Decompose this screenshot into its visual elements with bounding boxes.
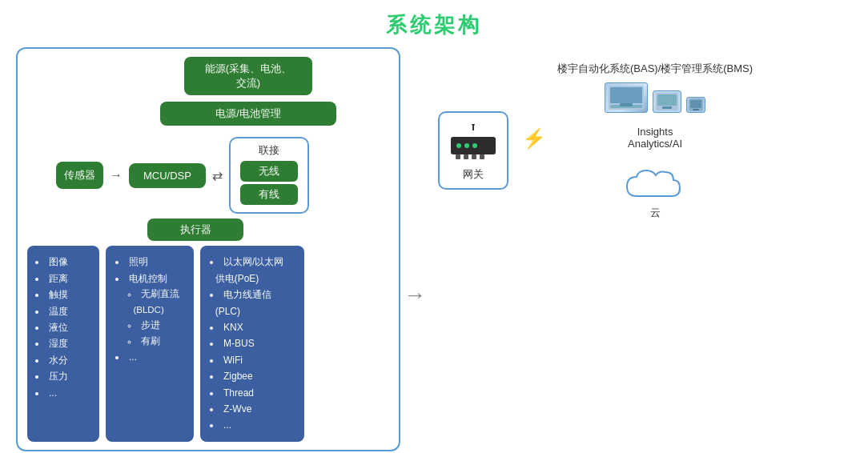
lightning-icon: ⚡ — [522, 127, 546, 150]
list-item: Zigbee — [210, 368, 295, 384]
list-item: 有刷 — [128, 334, 184, 350]
list-item: 湿度 — [35, 335, 91, 351]
wireless-block: 无线 — [240, 161, 298, 182]
bms-devices — [605, 82, 705, 113]
device-small — [686, 97, 705, 113]
svg-rect-6 — [456, 154, 460, 159]
list-item: ... — [210, 417, 295, 433]
analytics-label: InsightsAnalytics/AI — [628, 126, 682, 150]
connection-panel: 联接 无线 有线 — [229, 137, 309, 214]
gateway-box: 网关 — [438, 111, 508, 190]
energy-block: 能源(采集、电池、 交流) — [184, 57, 312, 95]
list-item: ... — [115, 349, 184, 365]
lightning-section: ⚡ — [517, 127, 551, 150]
page-title: 系统架构 — [0, 0, 868, 39]
list-item: 触摸 — [35, 287, 91, 303]
svg-rect-9 — [480, 154, 484, 159]
svg-rect-13 — [620, 103, 633, 106]
list-item: 水分 — [35, 352, 91, 368]
list-item: 步进 — [128, 318, 184, 334]
svg-rect-16 — [662, 106, 672, 109]
connection-list-panel: 以太网/以太网 供电(PoE) 电力线通信 (PLC) KNX M-BUS Wi… — [200, 246, 304, 441]
list-item: KNX — [210, 319, 295, 335]
list-item: 温度 — [35, 303, 91, 319]
router-icon — [448, 124, 499, 162]
list-item: 图像 — [35, 254, 91, 270]
analytics-section: InsightsAnalytics/AI — [557, 126, 753, 150]
list-item: Thread — [210, 385, 295, 401]
svg-rect-7 — [464, 154, 468, 159]
svg-point-5 — [472, 143, 477, 148]
device-mid — [653, 90, 681, 113]
list-item: Z-Wve — [210, 401, 295, 417]
svg-rect-15 — [657, 94, 677, 106]
list-item: ... — [35, 385, 91, 401]
svg-rect-8 — [472, 154, 476, 159]
cloud-section: 云 — [557, 161, 753, 220]
left-panel: 能源(采集、电池、 交流) 电源/电池管理 传感器 → MCU/DSP ⇄ 联接… — [16, 47, 400, 451]
gateway-label: 网关 — [463, 167, 484, 182]
arrow-right: → — [110, 168, 123, 182]
list-item: M-BUS — [210, 335, 295, 351]
list-item: 电机控制 无刷直流 (BLDC) 步进 有刷 — [115, 271, 184, 350]
right-section: 楼宇自动化系统(BAS)/楼宇管理系统(BMS) — [557, 62, 753, 220]
gateway-section: 网关 — [429, 111, 517, 190]
svg-rect-18 — [690, 100, 701, 108]
list-item: 以太网/以太网 供电(PoE) — [210, 254, 295, 287]
cloud-icon — [619, 164, 691, 206]
mcu-block: MCU/DSP — [129, 163, 206, 188]
bms-label: 楼宇自动化系统(BAS)/楼宇管理系统(BMS) — [557, 62, 753, 76]
sensor-block: 传感器 — [56, 162, 103, 189]
sensor-list-panel: 图像 距离 触摸 温度 液位 湿度 水分 压力 ... — [27, 246, 99, 441]
svg-point-3 — [456, 143, 461, 148]
arrow-right2: ⇄ — [212, 168, 223, 183]
list-item: 照明 — [115, 254, 184, 270]
svg-rect-11 — [610, 87, 642, 103]
lighting-panel: 照明 电机控制 无刷直流 (BLDC) 步进 有刷 ... — [106, 246, 194, 441]
wired-block: 有线 — [240, 184, 298, 205]
svg-point-4 — [464, 143, 469, 148]
executor-block: 执行器 — [147, 218, 243, 241]
device-large — [605, 82, 648, 113]
list-item: 距离 — [35, 271, 91, 287]
connection-title: 联接 — [240, 143, 298, 158]
arrow-to-gateway: → — [404, 283, 426, 308]
list-item: 压力 — [35, 368, 91, 384]
list-item: 液位 — [35, 319, 91, 335]
svg-point-1 — [472, 124, 475, 126]
power-block: 电源/电池管理 — [160, 102, 336, 126]
svg-rect-19 — [693, 109, 699, 110]
list-item: 无刷直流 (BLDC) — [128, 287, 184, 318]
bms-section: 楼宇自动化系统(BAS)/楼宇管理系统(BMS) — [557, 62, 753, 114]
list-item: WiFi — [210, 352, 295, 368]
list-item: 电力线通信 (PLC) — [210, 287, 295, 319]
cloud-label: 云 — [650, 206, 661, 220]
